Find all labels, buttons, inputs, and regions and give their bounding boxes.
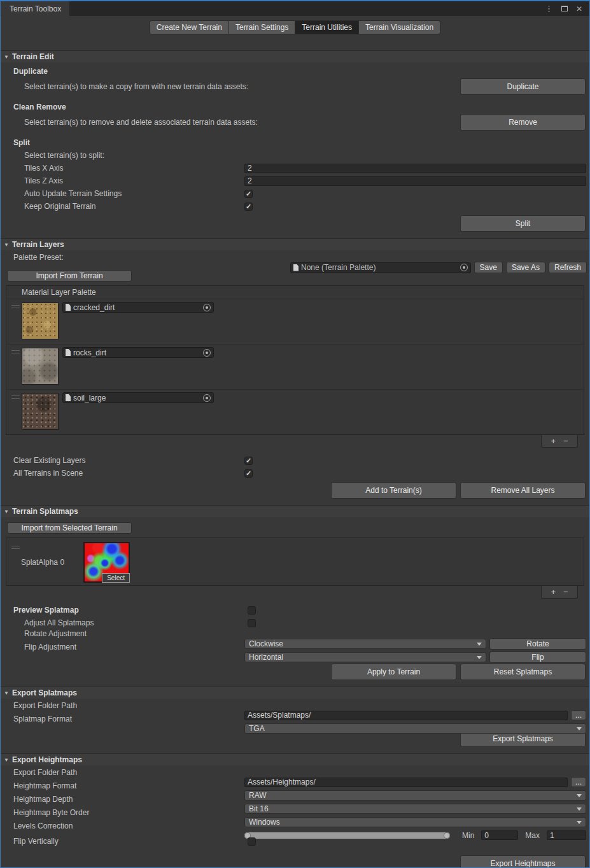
maximize-icon[interactable] [561,6,568,11]
section-export-heightmaps[interactable]: ▼ Export Heightmaps [1,753,589,765]
chevron-down-icon [477,643,482,646]
splatmap-thumbnail[interactable]: Select [83,542,130,583]
remove-button[interactable]: Remove [460,114,586,131]
titlebar: Terrain Toolbox ⋮ ✕ [1,1,589,16]
layer-thumbnail-soil-large[interactable] [22,393,59,430]
heightmap-format-value: RAW [249,791,267,800]
window-tab[interactable]: Terrain Toolbox [1,1,69,16]
layer-object-field[interactable]: cracked_dirt [62,302,214,313]
heightmap-byte-order-label: Heightmap Byte Order [1,808,89,817]
preview-splatmap-checkbox[interactable] [248,606,256,615]
all-terrains-in-scene-label: All Terrains in Scene [1,469,83,478]
layer-name: cracked_dirt [73,303,115,312]
foldout-arrow-icon: ▼ [4,690,9,696]
flip-adjustment-dropdown[interactable]: Horizontal [244,652,486,662]
material-layer-palette-list: Material Layer Palette cracked_dirt rock… [6,285,584,435]
layer-thumbnail-rocks-dirt[interactable] [22,348,59,385]
rotate-adjustment-dropdown[interactable]: Clockwise [244,639,486,649]
add-to-terrains-button[interactable]: Add to Terrain(s) [331,482,456,499]
chevron-down-icon [477,656,482,659]
reset-splatmaps-button[interactable]: Reset Splatmaps [460,664,586,680]
close-icon[interactable]: ✕ [576,4,582,13]
tiles-z-input[interactable]: 2 [244,176,586,186]
foldout-arrow-icon: ▼ [4,54,9,60]
drag-handle-icon[interactable] [11,546,20,549]
layer-thumbnail-cracked-dirt[interactable] [22,302,59,339]
adjust-all-splatmaps-label: Adjust All Splatmaps [1,618,94,627]
tab-terrain-settings[interactable]: Terrain Settings [229,20,295,34]
object-picker-icon[interactable] [203,304,211,311]
clear-existing-layers-label: Clear Existing Layers [1,456,85,465]
split-button[interactable]: Split [460,215,586,232]
add-splatmap-button[interactable]: + [551,588,556,596]
section-export-splatmaps[interactable]: ▼ Export Splatmaps [1,687,589,699]
auto-update-checkbox[interactable] [244,190,253,198]
section-terrain-splatmaps[interactable]: ▼ Terrain Splatmaps [1,505,589,517]
mode-tab-group: Create New Terrain Terrain Settings Terr… [150,20,440,34]
section-terrain-layers[interactable]: ▼ Terrain Layers [1,238,589,250]
drag-handle-icon[interactable] [11,305,20,308]
browse-folder-button[interactable]: ... [571,777,586,787]
flip-button[interactable]: Flip [489,651,586,663]
flip-adjustment-value: Horizontal [249,653,283,662]
window-title: Terrain Toolbox [10,4,61,13]
heightmap-depth-dropdown[interactable]: Bit 16 [244,804,586,814]
asset-file-icon [66,304,71,311]
levels-correction-label: Levels Correction [1,822,73,830]
list-add-remove-controls: + − [541,435,578,448]
window-controls: ⋮ ✕ [545,1,589,16]
asset-file-icon [66,349,71,356]
layer-row[interactable]: rocks_dirt [6,344,584,389]
auto-update-label: Auto Update Terrain Settings [1,189,122,198]
chevron-down-icon [577,821,582,824]
remove-layer-button[interactable]: − [563,437,568,445]
tiles-x-input[interactable]: 2 [244,164,586,173]
foldout-arrow-icon: ▼ [4,242,9,248]
remove-splatmap-button[interactable]: − [563,588,568,596]
clear-existing-layers-checkbox[interactable] [244,457,253,465]
heightmap-format-label: Heightmap Format [1,781,76,790]
rotate-button[interactable]: Rotate [489,638,586,650]
layer-row[interactable]: cracked_dirt [6,299,584,344]
layer-object-field[interactable]: rocks_dirt [62,347,214,358]
export-folder-path-input[interactable]: Assets/Splatmaps/ [244,711,568,720]
splatmap-format-value: TGA [249,724,265,733]
splatmap-format-dropdown[interactable]: TGA [244,723,586,734]
export-folder-path-input[interactable]: Assets/Heightmaps/ [244,778,568,787]
split-description: Select terrain(s) to split: [1,151,104,160]
remove-all-layers-button[interactable]: Remove All Layers [460,482,586,499]
section-terrain-edit[interactable]: ▼ Terrain Edit [1,50,589,62]
drag-handle-icon[interactable] [11,395,20,399]
import-from-selected-terrain-button[interactable]: Import from Selected Terrain [7,522,132,534]
apply-to-terrain-button[interactable]: Apply to Terrain [331,664,456,680]
kebab-menu-icon[interactable]: ⋮ [545,4,553,13]
tab-terrain-utilities[interactable]: Terrain Utilities [295,20,359,34]
adjust-all-splatmaps-checkbox[interactable] [248,619,256,627]
browse-folder-button[interactable]: ... [571,710,586,720]
flip-vertically-checkbox[interactable] [248,837,256,846]
split-heading: Split [1,138,30,147]
object-picker-icon[interactable] [203,394,211,402]
layer-object-field[interactable]: soil_large [62,392,214,403]
object-picker-icon[interactable] [203,349,211,357]
import-from-terrain-button[interactable]: Import From Terrain [7,270,132,281]
layer-name: rocks_dirt [73,348,106,357]
duplicate-button[interactable]: Duplicate [460,78,586,95]
select-splatmap-button[interactable]: Select [102,573,130,583]
heightmap-format-dropdown[interactable]: RAW [244,790,586,800]
foldout-arrow-icon: ▼ [4,509,9,515]
rotate-adjustment-value: Clockwise [249,639,283,648]
export-heightmaps-button[interactable]: Export Heightmaps [460,855,586,868]
tab-terrain-visualization[interactable]: Terrain Visualization [359,20,440,34]
keep-original-checkbox[interactable] [244,203,253,211]
add-layer-button[interactable]: + [551,437,556,445]
all-terrains-in-scene-checkbox[interactable] [244,469,253,478]
heightmap-byte-order-dropdown[interactable]: Windows [244,817,586,827]
tab-create-new-terrain[interactable]: Create New Terrain [150,20,229,34]
drag-handle-icon[interactable] [11,350,20,353]
layer-row[interactable]: soil_large [6,389,584,434]
tiles-x-label: Tiles X Axis [1,164,64,173]
section-title: Export Splatmaps [12,688,77,697]
heightmap-depth-value: Bit 16 [249,804,269,813]
chevron-down-icon [577,794,582,797]
